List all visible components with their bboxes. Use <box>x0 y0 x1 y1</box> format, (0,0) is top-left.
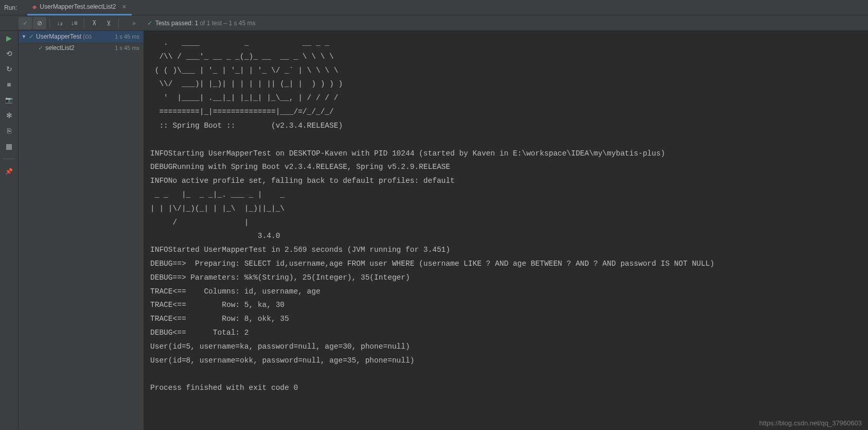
rerun-button[interactable]: ▶ <box>4 33 14 43</box>
chevron-down-icon[interactable]: ▼ <box>22 34 27 39</box>
watermark: https://blog.csdn.net/qq_37960603 <box>759 419 862 427</box>
collapse-button[interactable]: ⊼ <box>87 17 101 29</box>
stop-button[interactable]: ■ <box>4 79 14 90</box>
close-icon[interactable]: × <box>122 3 126 11</box>
tree-child-label: selectList2 <box>45 44 113 51</box>
toggle-autotest-button[interactable]: ⟲ <box>4 48 14 59</box>
top-bar: Run: ◆ UserMapperTest.selectList2 × <box>0 0 868 15</box>
run-tab[interactable]: ◆ UserMapperTest.selectList2 × <box>27 0 131 15</box>
left-gutter: ▶ ⟲ ↻ ■ 📷 ✻ ⎘ ▦ 📌 <box>0 31 19 430</box>
check-icon: ✓ <box>29 33 34 40</box>
run-label: Run: <box>4 4 17 11</box>
rerun-failed-button[interactable]: ↻ <box>4 64 14 74</box>
sort-duration-button[interactable]: ↓≡ <box>67 17 81 29</box>
main-area: ▶ ⟲ ↻ ■ 📷 ✻ ⎘ ▦ 📌 ▼ ✓ UserMapperTest (co… <box>0 31 868 430</box>
tree-root-time: 1 s 45 ms <box>115 33 144 40</box>
divider <box>3 159 15 159</box>
tree-child-row[interactable]: ✓ selectList2 1 s 45 ms <box>19 42 144 54</box>
show-ignored-button[interactable]: ⊘ <box>33 17 46 29</box>
tree-root-row[interactable]: ▼ ✓ UserMapperTest (co 1 s 45 ms <box>19 31 144 42</box>
console-output[interactable]: . ____ _ __ _ _ /\\ / ___'_ __ _ _(_)_ _… <box>144 31 868 430</box>
show-passed-button[interactable]: ✓ <box>19 17 32 29</box>
dump-button[interactable]: 📷 <box>4 95 14 105</box>
test-tree: ▼ ✓ UserMapperTest (co 1 s 45 ms ✓ selec… <box>19 31 144 430</box>
check-icon: ✓ <box>147 20 152 27</box>
test-toolbar: ✓ ⊘ ↓₂ ↓≡ ⊼ ⊻ » ✓ Tests passed: 1 of 1 t… <box>0 15 868 31</box>
debug-icon[interactable]: ✻ <box>4 110 14 121</box>
tests-passed-prefix: Tests passed: <box>155 20 195 27</box>
sort-alpha-button[interactable]: ↓₂ <box>53 17 66 29</box>
tree-root-label: UserMapperTest (co <box>36 33 113 40</box>
separator-icon <box>118 18 119 28</box>
separator-icon <box>84 18 84 28</box>
separator-icon <box>49 18 50 28</box>
expand-button[interactable]: ⊻ <box>102 17 115 29</box>
check-icon: ✓ <box>38 44 43 51</box>
test-icon: ◆ <box>32 4 37 10</box>
tests-status: ✓ Tests passed: 1 of 1 test – 1 s 45 ms <box>147 20 256 27</box>
tab-label: UserMapperTest.selectList2 <box>40 3 116 10</box>
exit-button[interactable]: ⎘ <box>4 126 14 136</box>
more-icon[interactable]: » <box>132 20 136 27</box>
tree-child-time: 1 s 45 ms <box>115 45 144 51</box>
tests-passed-suffix: of 1 test – 1 s 45 ms <box>198 20 255 27</box>
layout-button[interactable]: ▦ <box>4 141 14 151</box>
pin-button[interactable]: 📌 <box>4 166 14 177</box>
